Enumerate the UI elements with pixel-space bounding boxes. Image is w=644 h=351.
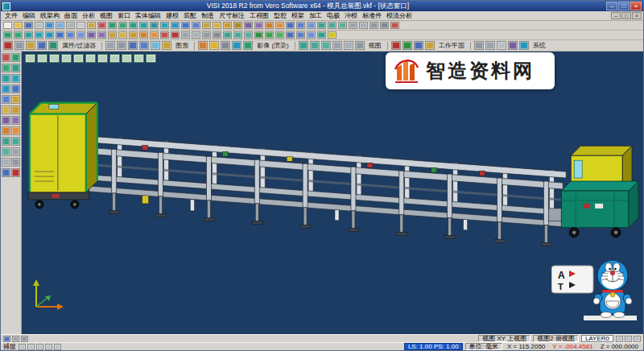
wireframe-mode-icon[interactable] <box>307 22 316 29</box>
menu-file[interactable]: 文件 <box>2 11 20 21</box>
intersect-icon[interactable] <box>24 31 33 39</box>
project-icon[interactable] <box>14 31 23 39</box>
shell-icon[interactable] <box>233 22 242 29</box>
rotate-view-icon[interactable] <box>380 22 389 29</box>
extend-tool-icon[interactable] <box>11 116 20 125</box>
options-icon[interactable] <box>474 41 484 50</box>
render-image-icon[interactable] <box>198 41 208 50</box>
menu-manufacturing[interactable]: 制造 <box>199 11 217 21</box>
open-icon[interactable] <box>14 22 23 29</box>
arc-icon[interactable] <box>129 22 138 29</box>
boolean-icon[interactable] <box>244 22 253 29</box>
view-top-icon[interactable] <box>328 22 336 29</box>
macro-icon[interactable] <box>508 41 518 50</box>
scale-tool-icon[interactable] <box>11 147 20 156</box>
undo-icon[interactable] <box>45 22 54 29</box>
loft-icon[interactable] <box>45 31 54 39</box>
3d-viewport[interactable]: 智造资料网 A <box>22 52 643 334</box>
new-file-icon[interactable] <box>3 22 12 29</box>
combine-icon[interactable] <box>286 31 295 39</box>
workplane-xz-icon[interactable] <box>402 41 412 50</box>
measure-icon[interactable] <box>265 22 274 29</box>
select-filter-icon[interactable] <box>390 22 399 29</box>
info-icon[interactable] <box>328 31 336 39</box>
materials-icon[interactable] <box>162 41 171 50</box>
color-icon[interactable] <box>3 41 13 50</box>
line-tool-icon[interactable] <box>2 64 10 72</box>
clip-icon[interactable] <box>181 31 190 39</box>
draft-icon[interactable] <box>97 31 106 39</box>
copy-tool-icon[interactable] <box>2 147 10 156</box>
simplify-icon[interactable] <box>296 31 305 39</box>
annotate-icon[interactable] <box>192 31 200 39</box>
point-icon[interactable] <box>108 22 117 29</box>
view-iso-icon[interactable] <box>317 22 326 29</box>
zoom-in-icon[interactable] <box>109 54 120 63</box>
visibility-icon[interactable] <box>37 41 47 50</box>
help-icon[interactable] <box>519 41 529 50</box>
layers-tool-icon[interactable] <box>2 168 10 177</box>
explode-icon[interactable] <box>160 31 169 39</box>
offset-surface-icon[interactable] <box>35 31 43 39</box>
mirror-body-icon[interactable] <box>118 31 127 39</box>
grid-display-icon[interactable] <box>21 336 28 342</box>
calculator-icon[interactable] <box>497 41 506 50</box>
hidden-line-icon[interactable] <box>117 41 126 50</box>
linetype-icon[interactable] <box>14 41 24 50</box>
stitch-icon[interactable] <box>76 31 85 39</box>
ellipse-tool-icon[interactable] <box>11 85 20 93</box>
view2-chip[interactable]: 视图2 俯视图 <box>533 335 579 342</box>
array-tool-icon[interactable] <box>2 158 10 167</box>
sweep-icon[interactable] <box>56 31 64 39</box>
solid-icon[interactable] <box>171 22 180 29</box>
menu-surface[interactable]: 曲面 <box>62 11 80 21</box>
menu-assembly[interactable]: 装配 <box>181 11 199 21</box>
lock-layer-icon[interactable] <box>616 336 623 342</box>
rotate-tool-icon[interactable] <box>2 137 10 146</box>
dynamic-rotate-icon[interactable] <box>321 41 331 50</box>
texture-icon[interactable] <box>243 41 253 50</box>
pan-icon[interactable] <box>369 22 378 29</box>
erase-tool-icon[interactable] <box>11 168 20 177</box>
menu-die[interactable]: 冲模 <box>342 11 360 21</box>
bom-icon[interactable] <box>213 31 221 39</box>
select-tool-icon[interactable] <box>2 53 10 62</box>
menu-dimension[interactable]: 尺寸标注 <box>217 11 247 21</box>
copy-icon[interactable] <box>76 22 85 29</box>
zoom-all-icon[interactable] <box>299 41 308 50</box>
align-icon[interactable] <box>150 31 159 39</box>
menu-modeling[interactable]: 建模 <box>163 11 181 21</box>
model-space-icon[interactable] <box>3 336 10 342</box>
workplane-xy-icon[interactable] <box>391 41 401 50</box>
osnap-toggle-icon[interactable] <box>19 344 26 350</box>
orbit-view-icon[interactable] <box>146 54 156 63</box>
shaded-edges-icon[interactable] <box>139 41 149 50</box>
trim-icon[interactable] <box>202 22 211 29</box>
shade-icon[interactable] <box>296 22 305 29</box>
zoom-fit-icon[interactable] <box>349 22 357 29</box>
pattern-icon[interactable] <box>108 31 117 39</box>
pan-view-icon[interactable] <box>134 54 144 63</box>
lights-icon[interactable] <box>209 41 219 50</box>
measure-tool-icon[interactable] <box>11 158 20 167</box>
maximize-button[interactable]: □ <box>618 2 630 10</box>
paste-icon[interactable] <box>87 22 96 29</box>
rib-icon[interactable] <box>254 31 263 39</box>
section-icon[interactable] <box>171 31 180 39</box>
check-geometry-icon[interactable] <box>317 31 326 39</box>
iso-view-icon[interactable] <box>37 54 47 63</box>
view-orientation-widget[interactable]: A T <box>551 266 593 293</box>
boss-icon[interactable] <box>244 31 253 39</box>
mirror-tool-icon[interactable] <box>11 126 20 135</box>
save-icon[interactable] <box>24 22 33 29</box>
transparency-icon[interactable] <box>151 41 160 50</box>
front-view-icon[interactable] <box>61 54 72 63</box>
circle-icon[interactable] <box>139 22 148 29</box>
move-tool-icon[interactable] <box>11 137 20 146</box>
menu-standard-parts[interactable]: 标准件 <box>360 11 384 21</box>
split-icon[interactable] <box>275 31 284 39</box>
active-layer-chip[interactable]: LAYER0 <box>581 335 613 342</box>
spline-icon[interactable] <box>150 22 159 29</box>
active-view-chip[interactable]: 视图 XY 上视图 <box>478 335 530 342</box>
named-views-icon[interactable] <box>344 41 353 50</box>
